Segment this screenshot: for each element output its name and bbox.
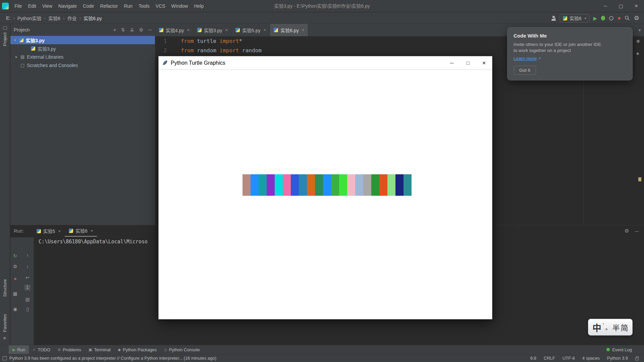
close-icon[interactable]: × [58,229,61,234]
learn-more-link[interactable]: Learn more ↗ [514,56,626,61]
turtle-bar [371,174,379,196]
run-tab-shiyan6-active[interactable]: 实验6 × [65,225,97,237]
file-encoding[interactable]: UTF-8 [562,356,575,361]
menu-item-vcs[interactable]: VCS [153,0,168,12]
tab-shiyan5[interactable]: 实验5.py × [232,24,270,36]
interpreter-widget[interactable]: Python 3.9 [607,356,628,361]
clear-console-icon[interactable]: ▯ [24,306,31,312]
project-tool-icon[interactable] [3,26,7,30]
turtle-title-bar[interactable]: Python Turtle Graphics ─ □ × [159,56,492,70]
gutter-widget-icon[interactable]: ◆ [636,51,639,56]
settings-gear-icon[interactable]: ⚙ [634,15,639,21]
menu-item-window[interactable]: Window [168,0,191,12]
close-icon[interactable]: × [91,228,93,233]
breadcrumb-item[interactable]: 作业 [67,15,77,21]
line-separator[interactable]: CRLF [544,356,555,361]
bookmark-icon[interactable]: ▣ [636,39,640,43]
turtle-close-button[interactable]: × [476,56,492,70]
close-icon[interactable]: × [225,27,228,33]
project-panel-title[interactable]: Project [14,27,29,33]
menu-item-run[interactable]: Run [121,0,136,12]
ime-simplified-mode[interactable]: 简 [621,322,628,333]
code-with-me-users-button[interactable]: ▾ [551,16,556,21]
menu-item-edit[interactable]: Edit [25,0,39,12]
debug-button[interactable] [601,16,605,20]
tab-list-chevron-icon[interactable]: ▾ [639,28,644,33]
menu-item-view[interactable]: View [39,0,55,12]
scroll-to-end-icon[interactable]: ↧ [24,285,31,291]
tool-stripe-favorites[interactable]: Favorites [2,314,7,332]
tool-button-run[interactable]: ▶ Run [9,345,29,354]
pin-icon[interactable]: ◉ [12,306,18,312]
run-config-selector[interactable]: 实验6 ▾ [560,14,589,22]
tool-stripe-project[interactable]: Project [2,33,7,46]
tree-row-scratches[interactable]: ▢ Scratches and Consoles [10,61,155,69]
close-icon[interactable]: × [187,27,190,33]
print-icon[interactable]: ▤ [24,296,31,302]
menu-item-navigate[interactable]: Navigate [55,0,80,12]
tool-button-event-log[interactable]: Event Log [606,345,644,354]
tool-button-todo[interactable]: ✓ TODO [29,345,54,354]
tree-collapsed-icon[interactable]: ▸ [15,55,18,59]
tool-button-python-packages[interactable]: ◆ Python Packages [114,345,161,354]
close-icon[interactable]: × [302,27,305,33]
breadcrumb-item[interactable]: 实验6 [48,15,60,21]
turtle-maximize-button[interactable]: □ [460,56,476,70]
menu-item-tools[interactable]: Tools [136,0,153,12]
caret-position[interactable]: 6:8 [530,356,536,361]
hide-panel-icon[interactable]: ─ [635,228,639,234]
gear-icon[interactable]: ⚙ [139,27,144,33]
tree-row-file[interactable]: 实验3.py [10,44,155,53]
stop-button[interactable]: ■ [618,16,620,20]
ime-halfwidth-mode[interactable]: 半 [612,322,620,333]
profiler-button[interactable] [609,16,613,20]
status-bar-widgets: 6:8 CRLF UTF-8 4 spaces Python 3.9 [530,356,644,361]
tab-shiyan6-active[interactable]: 实验6.py × [270,24,308,36]
close-icon[interactable]: × [264,27,266,33]
expand-all-icon[interactable]: ⇊ [130,27,134,33]
tree-row-project-root[interactable]: ▾ 实验3.py [10,36,155,44]
tab-shiyan3[interactable]: 实验3.py × [194,24,232,36]
down-stack-trace-icon[interactable]: ↓ [24,263,31,269]
ime-status-widget[interactable]: 中 ’ 。 半 简 [588,319,633,336]
tool-button-terminal[interactable]: ▣ Terminal [85,345,114,354]
collapse-all-icon[interactable]: ⇅ [121,27,125,33]
run-tab-label: 实验6 [75,227,88,234]
turtle-graphics-window[interactable]: Python Turtle Graphics ─ □ × [158,56,492,319]
menu-item-code[interactable]: Code [80,0,97,12]
got-it-button[interactable]: Got It [514,66,536,75]
gear-icon[interactable]: ⚙ [625,228,629,234]
run-tab-shiyan5[interactable]: 实验5 × [33,225,65,237]
tool-stripe-structure[interactable]: Structure [2,279,7,297]
wrench-icon[interactable]: ⚙ [12,263,18,269]
close-button[interactable]: × [629,0,644,12]
hide-panel-icon[interactable]: ─ [148,27,152,33]
menu-item-refactor[interactable]: Refactor [97,0,121,12]
up-stack-trace-icon[interactable]: ↑ [24,252,31,258]
menu-item-help[interactable]: Help [191,0,207,12]
turtle-minimize-button[interactable]: ─ [444,56,460,70]
ime-punctuation-mode[interactable]: 。 [605,323,611,331]
stop-icon[interactable]: ■ [12,276,18,282]
search-everywhere-button[interactable] [625,15,630,21]
tab-shiyan4[interactable]: 实验4.py × [155,24,194,36]
maximize-button[interactable]: ▢ [613,0,629,12]
soft-wrap-icon[interactable]: ↩ [24,275,31,281]
breadcrumb-item[interactable]: 实验6.py [84,15,102,21]
breadcrumb-drive[interactable]: E: [6,15,10,21]
indent-style[interactable]: 4 spaces [582,356,600,361]
tree-expanded-icon[interactable]: ▾ [13,38,17,42]
tool-button-problems[interactable]: ⊘ Problems [54,345,85,354]
locate-file-icon[interactable]: ⌖ [113,27,116,33]
tree-row-external-libraries[interactable]: ▸ ▤ External Libraries [10,53,155,61]
ime-language-mode[interactable]: 中 [592,321,601,334]
tool-button-python-console[interactable]: ◇ Python Console [160,345,203,354]
status-message[interactable]: Python 3.9 has been configured as a proj… [9,356,216,361]
breadcrumb-item[interactable]: Python实验 [17,15,42,21]
run-button[interactable]: ▶ [593,16,597,21]
lock-icon[interactable] [635,358,639,360]
rerun-icon[interactable]: ↻ [12,253,18,259]
minimize-button[interactable]: ─ [598,0,613,12]
menu-item-file[interactable]: File [11,0,25,12]
restore-layout-icon[interactable]: ▦ [12,291,18,297]
